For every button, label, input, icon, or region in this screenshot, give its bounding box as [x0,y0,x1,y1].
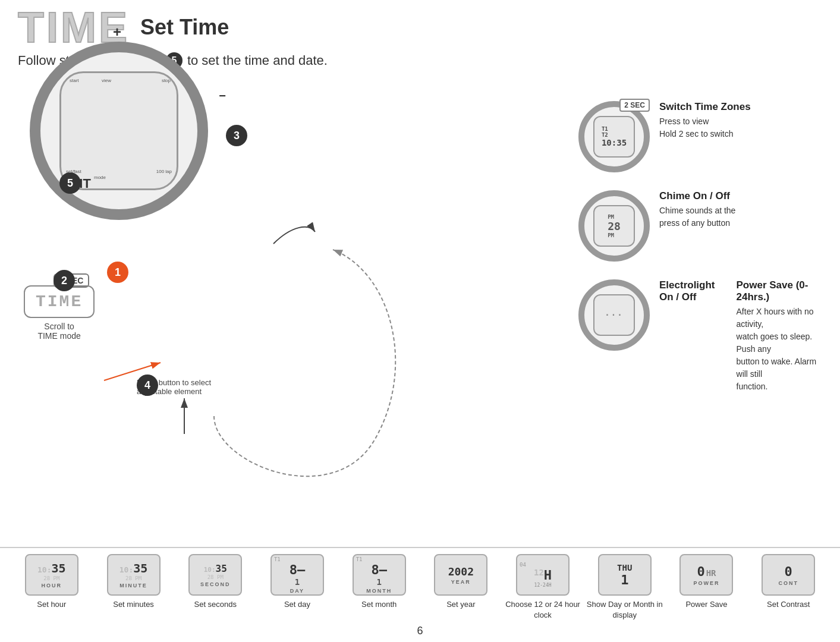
thumb-set-month: T1 8– 1 MONTH [353,554,406,596]
scroll-label: Scroll toTIME mode [24,322,95,341]
chime-watch: PM28PM [578,190,650,262]
diagram-area: start view stop set/fast mode 100 lap + … [0,95,840,547]
thumb-day-t1: T1 [272,556,281,562]
thumb-set-seconds: 10:35 28 PM SECOND [188,554,242,596]
thumb-contrast-display: 0 [785,564,792,579]
switch-desc2: Hold 2 sec to switch [659,128,751,140]
thumb-year-mid: 2002 [448,565,474,578]
caption-set-minutes: Set minutes [113,599,154,610]
thumb-showday-mid: 1 [621,572,628,587]
thumb-showday-top: THU [617,563,632,572]
right-panels: 2 SEC T1T210:35 Switch Time Zones Press … [578,95,828,411]
electrolight-watch: ··· [578,279,650,351]
thumb-contrast-label: CONT [778,580,798,586]
bottom-item-set-seconds: 10:35 28 PM SECOND Set seconds [175,554,255,610]
step5-area: 5 EXIT [59,172,91,191]
chime-row: PM28PM Chime On / Off Chime sounds at th… [578,190,828,262]
thumb-1224-top: 04 [517,562,526,568]
switch-time-zones-text: Switch Time Zones Press to view Hold 2 s… [659,101,751,140]
watch-btn-view: view [102,78,111,83]
switch-time-watch: 2 SEC T1T210:35 [578,101,650,172]
caption-set-seconds: Set seconds [194,599,237,610]
sec-badge: 2 SEC [619,99,650,112]
thumb-min-label: MINUTE [119,583,147,588]
thumb-month-t1: T1 [354,556,363,562]
caption-set-month: Set month [361,599,397,610]
thumb-power-label: POWER [693,580,719,586]
thumb-set-minutes: 10:35 28 PM MINUTE [107,554,161,596]
step2-circle: 2 [54,270,75,291]
chime-desc1: Chime sounds at the [659,204,735,217]
thumb-month-mid: 8– [371,562,387,577]
power-save-text: Power Save (0-24hrs.) After X hours with… [737,279,828,393]
thumb-sec-label: SECOND [200,581,231,587]
thumb-set-contrast: 0 CONT [762,554,815,596]
bottom-item-show-day: THU 1 Show Day or Month in display [585,554,665,621]
thumb-day-bot: 1 [295,577,300,587]
plus-label: + [113,24,121,40]
thumb-month-label: MONTH [366,588,392,594]
thumb-year-label: YEAR [451,579,471,585]
caption-set-hour: Set hour [37,599,66,610]
step1-circle: 1 [107,262,128,283]
thumb-set-day: T1 8– 1 DAY [270,554,324,596]
thumb-power-display: 0HR [697,564,716,579]
power-save-line3: button to wake. Alarm will still [737,355,828,380]
switch-title: Switch Time Zones [659,101,751,113]
bottom-item-set-contrast: 0 CONT Set Contrast [748,554,828,610]
thumb-sec-display: 10:35 [204,563,227,574]
caption-show-day: Show Day or Month in display [585,599,665,621]
caption-set-year: Set year [446,599,475,610]
step4-circle: 4 [137,374,158,396]
electrolight-text: ElectrolightOn / Off [659,279,715,306]
electrolight-row: ··· ElectrolightOn / Off Power Save (0-2… [578,279,828,393]
thumb-sec-bot: 28 PM [207,574,224,580]
chime-text: Chime On / Off Chime sounds at the press… [659,190,735,229]
power-save-line1: After X hours with no activity, [737,306,828,331]
thumb-set-year: 2002 YEAR [434,554,487,596]
switch-time-display: T1T210:35 [593,116,635,158]
bottom-item-set-day: T1 8– 1 DAY Set day [257,554,337,610]
watch-outer-ring: start view stop set/fast mode 100 lap [30,42,208,220]
watch-btn-stop: stop [162,78,171,83]
caption-set-contrast: Set Contrast [767,599,810,610]
watch-btn-start: start [70,78,79,83]
bottom-item-set-hour: 10:35 28 PM HOUR Set hour [12,554,92,610]
thumb-1224-mid: 12H [534,568,552,583]
thumb-min-bot: 28 PM [125,575,141,581]
thumb-min-display: 10:35 [119,561,148,575]
minus-label: − [219,89,226,103]
chime-desc2: press of any button [659,217,735,229]
page-number: 6 [417,625,423,637]
caption-12-24: Choose 12 or 24 hour clock [503,599,583,621]
thumb-month-bot: 1 [376,577,381,587]
thumb-set-hour: 10:35 28 PM HOUR [25,554,78,596]
electrolight-title: ElectrolightOn / Off [659,279,715,303]
bottom-item-power-save: 0HR POWER Power Save [667,554,747,610]
thumb-day-label: DAY [290,588,304,594]
main-watch: start view stop set/fast mode 100 lap + … [18,30,220,232]
thumb-12-24: 04 12H 12-24H [516,554,570,596]
step1-area: 1 TIME Scroll toTIME mode [24,285,95,341]
power-save-line2: watch goes to sleep. Push any [737,331,828,355]
thumb-hour-bot: 28 PM [43,575,59,581]
time-mode-text: TIME [36,292,83,311]
chime-title: Chime On / Off [659,190,735,202]
watch-btn-lap: 100 lap [156,169,172,174]
power-save-line4: function. [737,380,828,393]
power-save-title: Power Save (0-24hrs.) [737,279,828,303]
thumb-hour-label: HOUR [42,583,62,588]
thumb-day-mid: 8– [290,562,306,577]
step4-area: 4 Press button to selectadjustable eleme… [137,374,211,396]
thumb-1224-bot: 12-24H [534,583,552,588]
electrolight-display: ··· [593,294,635,336]
bottom-item-set-month: T1 8– 1 MONTH Set month [339,554,419,610]
step3-circle: 3 [226,125,247,146]
step5-circle: 5 [59,172,81,194]
watch-btn-mode: mode [94,175,106,180]
switch-desc1: Press to view [659,115,751,128]
caption-power-save: Power Save [685,599,727,610]
bottom-item-12-24: 04 12H 12-24H Choose 12 or 24 hour clock [503,554,583,621]
thumb-show-day: THU 1 [598,554,652,596]
thumb-hour-display: 10:35 [37,561,66,575]
